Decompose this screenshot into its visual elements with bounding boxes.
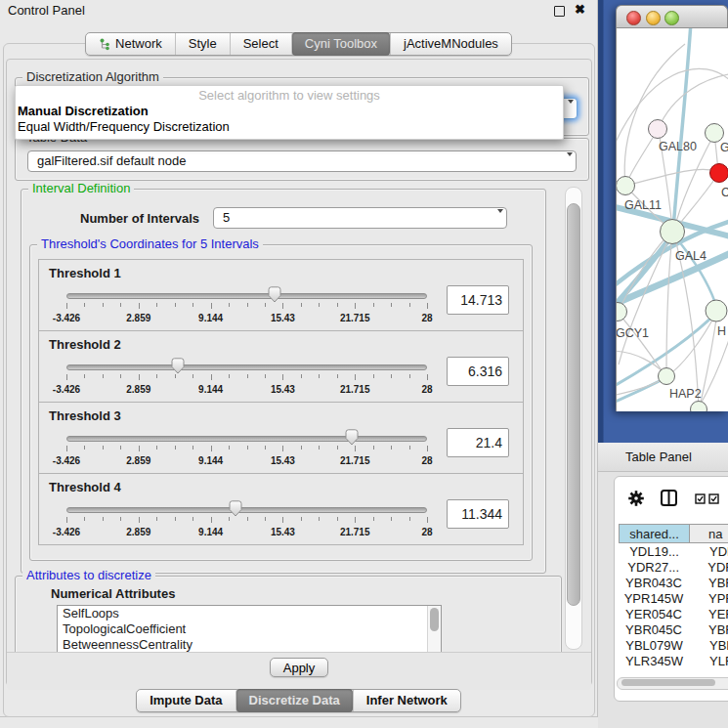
slider-track[interactable]	[66, 436, 427, 442]
cell-shared-name[interactable]: YDR27...	[619, 560, 688, 576]
network-node[interactable]	[659, 368, 675, 385]
cell-name[interactable]: YPR1	[689, 591, 728, 607]
cell-shared-name[interactable]: YBL079W	[619, 638, 690, 654]
table-row[interactable]: YPR145WYPR1	[619, 591, 728, 607]
table-row[interactable]: YDL19...YDL1	[619, 544, 728, 560]
network-edge[interactable]	[626, 169, 716, 186]
cell-name[interactable]: YLR3	[690, 654, 728, 668]
minimize-traffic-light-icon[interactable]	[646, 11, 661, 25]
threshold-value-field[interactable]: 21.4	[447, 428, 509, 457]
table-row[interactable]: YBR045CYBR0	[619, 622, 728, 638]
list-scrollbar-thumb[interactable]	[430, 608, 439, 631]
network-edge[interactable]	[675, 174, 718, 230]
cell-shared-name[interactable]: YBR045C	[619, 622, 689, 638]
cell-shared-name[interactable]: YER054C	[619, 607, 689, 622]
tab-impute-data[interactable]: Impute Data	[137, 690, 235, 711]
threshold-slider[interactable]: -3.4262.8599.14415.4321.71528	[66, 507, 427, 529]
apply-button[interactable]: Apply	[270, 658, 329, 677]
table-row[interactable]: YBR043CYBR0	[619, 576, 728, 591]
cell-shared-name[interactable]: YPR145W	[619, 591, 689, 607]
network-graph[interactable]: GAL80GACGAL11GAL4GCY1HHAP2	[617, 28, 728, 411]
network-node[interactable]	[649, 120, 667, 139]
network-node[interactable]	[710, 164, 728, 183]
interval-definition-group: Interval Definition Number of Intervals …	[21, 189, 546, 574]
cell-name[interactable]: YDR2	[688, 560, 728, 576]
cell-name[interactable]: YBR0	[689, 622, 728, 638]
threshold-value-field[interactable]: 6.316	[447, 357, 509, 386]
attribute-list-item[interactable]: BetweennessCentrality	[58, 637, 441, 653]
table-data-combobox[interactable]: galFiltered.sif default node	[27, 150, 577, 172]
panel-scrollbar-thumb[interactable]	[567, 203, 580, 606]
table-body[interactable]: YDL19...YDL1YDR27...YDR2YBR043CYBR0YPR14…	[619, 544, 728, 668]
tab-cyni-toolbox[interactable]: Cyni Toolbox	[291, 32, 390, 56]
zoom-traffic-light-icon[interactable]	[664, 11, 679, 25]
close-traffic-light-icon[interactable]	[626, 11, 641, 25]
checkbox-select-all-icon[interactable]	[708, 493, 719, 504]
network-edge[interactable]	[673, 28, 691, 230]
tab-infer-network[interactable]: Infer Network	[353, 690, 460, 711]
threshold-slider[interactable]: -3.4262.8599.14415.4321.71528	[66, 436, 427, 457]
dropdown-option-manual[interactable]: Manual Discretization	[16, 104, 563, 119]
attribute-list-item[interactable]: TopologicalCoefficient	[58, 621, 441, 637]
tick-label: -3.426	[53, 313, 80, 323]
table-hscrollbar-thumb[interactable]	[621, 679, 715, 686]
cell-shared-name[interactable]: YBR043C	[619, 576, 689, 591]
tab-style[interactable]: Style	[175, 33, 230, 55]
threshold-slider[interactable]: -3.4262.8599.14415.4321.71528	[66, 293, 427, 315]
panel-title: Control Panel	[8, 3, 85, 18]
dropdown-option-equal-width[interactable]: Equal Width/Frequency Discretization	[16, 119, 563, 135]
network-view-canvas[interactable]: GAL80GACGAL11GAL4GCY1HHAP2	[616, 28, 728, 411]
threshold-value-field[interactable]: 11.344	[447, 499, 509, 529]
tab-network[interactable]: Network	[86, 33, 175, 55]
table-row[interactable]: YDR27...YDR2	[619, 560, 728, 576]
tab-select[interactable]: Select	[230, 33, 291, 55]
threshold-value-field[interactable]: 14.713	[447, 285, 509, 315]
close-icon[interactable]: ✖	[575, 2, 585, 17]
network-node[interactable]	[691, 402, 707, 412]
tab-label: jActiveMNodules	[404, 33, 498, 55]
threshold-row-3: Threshold 3-3.4262.8599.14415.4321.71528…	[38, 402, 524, 474]
cell-shared-name[interactable]: YDL19...	[619, 544, 690, 560]
tab-label: Infer Network	[366, 690, 448, 711]
table-row[interactable]: YER054CYER0	[619, 607, 728, 622]
column-header-shared-name[interactable]: shared...	[619, 524, 690, 543]
list-scrollbar[interactable]	[427, 606, 441, 653]
network-node[interactable]	[706, 124, 724, 143]
numerical-attributes-list[interactable]: SelfLoopsTopologicalCoefficientBetweenne…	[57, 605, 442, 654]
cell-name[interactable]: YBL0	[690, 638, 728, 654]
network-edge[interactable]	[626, 130, 658, 185]
columns-icon[interactable]	[660, 489, 678, 507]
checkbox-select-icon[interactable]	[695, 493, 706, 504]
cell-name[interactable]: YDL1	[690, 544, 728, 560]
table-horizontal-scrollbar[interactable]	[617, 677, 728, 690]
slider-track[interactable]	[66, 293, 427, 299]
network-node[interactable]	[661, 220, 685, 244]
attribute-list-item[interactable]: SelfLoops	[58, 606, 441, 621]
table-row[interactable]: YLR345WYLR3	[619, 654, 728, 668]
network-edge[interactable]	[624, 44, 685, 185]
threshold-slider[interactable]: -3.4262.8599.14415.4321.71528	[66, 364, 427, 386]
network-node[interactable]	[617, 177, 635, 195]
network-edge[interactable]	[619, 314, 664, 374]
number-of-intervals-combobox[interactable]: 5	[213, 207, 507, 229]
network-window-titlebar[interactable]	[616, 5, 728, 28]
float-window-icon[interactable]	[554, 6, 565, 17]
right-workspace: GAL80GACGAL11GAL4GCY1HHAP2 Table Panel	[598, 0, 728, 728]
network-edge[interactable]	[617, 251, 728, 306]
slider-track[interactable]	[66, 507, 427, 513]
network-edge[interactable]	[668, 313, 716, 375]
slider-track[interactable]	[66, 364, 427, 370]
cell-shared-name[interactable]: YLR345W	[619, 654, 690, 668]
tab-discretize-data[interactable]: Discretize Data	[236, 689, 353, 712]
network-node[interactable]	[706, 300, 727, 321]
column-header-name[interactable]: na	[689, 524, 728, 543]
gear-icon[interactable]	[627, 490, 645, 507]
panel-scrollbar[interactable]	[565, 187, 582, 650]
table-row[interactable]: YBL079WYBL0	[619, 638, 728, 654]
tick-label: 21.715	[340, 455, 370, 466]
cell-name[interactable]: YER0	[689, 607, 728, 622]
tab-jactivemnodules[interactable]: jActiveMNodules	[390, 33, 511, 55]
network-node[interactable]	[617, 303, 627, 321]
cell-name[interactable]: YBR0	[689, 576, 728, 591]
network-edge[interactable]	[658, 73, 728, 130]
